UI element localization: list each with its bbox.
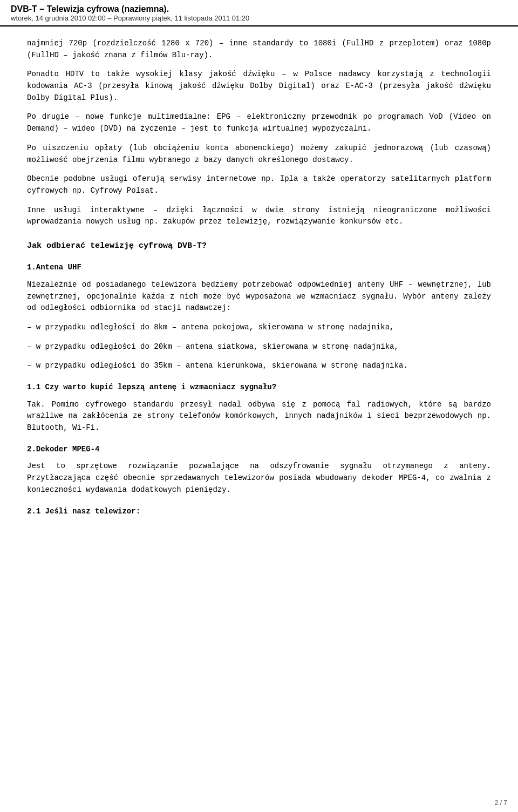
page-content: najmniej 720p (rozdzielczość 1280 x 720)… <box>0 27 518 555</box>
paragraph-6: Inne usługi interaktywne – dzięki łączno… <box>27 205 491 228</box>
subsection4-heading: 2.1 Jeśli nasz telewizor: <box>27 506 491 518</box>
paragraph-1: najmniej 720p (rozdzielczość 1280 x 720)… <box>27 38 491 61</box>
subsection3-heading: 2.Dekoder MPEG-4 <box>27 444 491 456</box>
page-header: DVB-T – Telewizja cyfrowa (naziemna). wt… <box>0 0 518 26</box>
subsection2-heading: 1.1 Czy warto kupić lepszą antenę i wzma… <box>27 382 491 394</box>
subsection2-paragraph1: Tak. Pomimo cyfrowego standardu przesył … <box>27 399 491 434</box>
paragraph-5: Obecnie podobne usługi oferują serwisy i… <box>27 173 491 197</box>
page-number: 2 / 7 <box>495 799 507 807</box>
page-subtitle: wtorek, 14 grudnia 2010 02:00 – Poprawio… <box>11 14 507 22</box>
page-title: DVB-T – Telewizja cyfrowa (naziemna). <box>11 4 507 14</box>
section1-heading: Jak odbierać telewizję cyfrową DVB-T? <box>27 240 491 252</box>
subsection1-list1: – w przypadku odległości do 8km – antena… <box>27 322 491 334</box>
subsection1-list2: – w przypadku odległości do 20km – anten… <box>27 341 491 353</box>
subsection3-paragraph1: Jest to sprzętowe rozwiązanie pozwalając… <box>27 461 491 496</box>
page-footer: 2 / 7 <box>495 799 507 807</box>
paragraph-2: Ponadto HDTV to także wysokiej klasy jak… <box>27 69 491 104</box>
page-container: DVB-T – Telewizja cyfrowa (naziemna). wt… <box>0 0 518 812</box>
paragraph-4: Po uiszczeniu opłaty (lub obciążeniu kon… <box>27 143 491 166</box>
subsection1-heading: 1.Antena UHF <box>27 262 491 274</box>
subsection1-list3: – w przypadku odległości do 35km – anten… <box>27 360 491 372</box>
subsection1-paragraph1: Niezależnie od posiadanego telewizora bę… <box>27 279 491 314</box>
paragraph-3: Po drugie – nowe funkcje multimedialne: … <box>27 111 491 134</box>
